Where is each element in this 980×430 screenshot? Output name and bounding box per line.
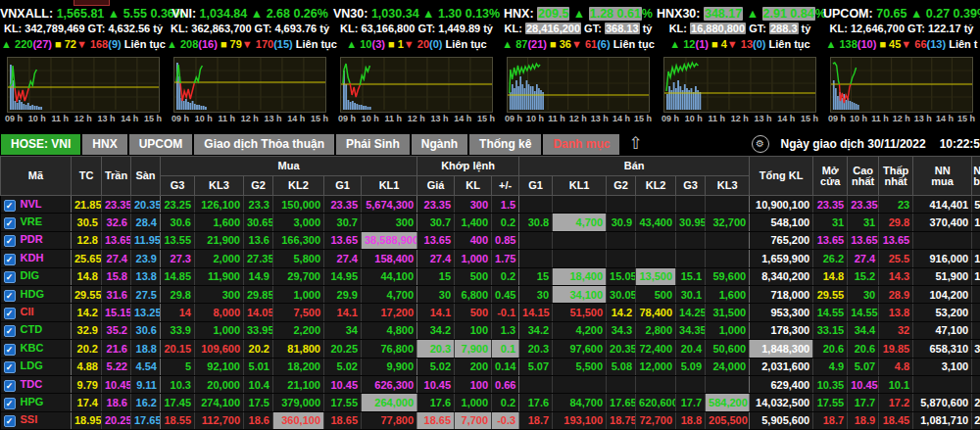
row-checkbox[interactable]: ✓ bbox=[4, 344, 16, 356]
collapse-arrow-icon[interactable]: ⇧ bbox=[628, 134, 642, 154]
header-group-buy: Mua bbox=[161, 157, 417, 176]
ticker-symbol[interactable]: PDR bbox=[21, 233, 43, 245]
header-foreign-sell[interactable]: NN bán bbox=[972, 157, 980, 196]
header-low[interactable]: Thấp nhất bbox=[879, 157, 913, 196]
match-change-cell: 0.2 bbox=[492, 214, 519, 231]
tab-ph-i-sinh[interactable]: Phái Sinh bbox=[336, 134, 410, 155]
ticker-symbol[interactable]: CII bbox=[21, 306, 34, 317]
tab-danh-m-c[interactable]: Danh mục bbox=[543, 134, 619, 155]
tab-hose-vni[interactable]: HOSE: VNI bbox=[1, 134, 80, 155]
tab-upcom[interactable]: UPCOM bbox=[129, 134, 193, 155]
tab-giao-d-ch-th-a-thu-n[interactable]: Giao dịch Thỏa thuận bbox=[194, 134, 334, 155]
header-match-change[interactable]: +/- bbox=[492, 176, 519, 196]
index-panel[interactable]: HNX30: 348.17 ▲ 2.91 0.84% KL: 16,880,80… bbox=[657, 0, 823, 132]
row-checkbox[interactable]: ✓ bbox=[4, 415, 16, 427]
ticker-symbol[interactable]: KDH bbox=[21, 252, 44, 263]
tab-hnx[interactable]: HNX bbox=[82, 134, 126, 155]
ticker-symbol[interactable]: VRE bbox=[21, 215, 43, 227]
row-checkbox[interactable]: ✓ bbox=[4, 361, 16, 373]
tab-ng-nh[interactable]: Ngành bbox=[412, 134, 467, 155]
ticker-symbol[interactable]: NVL bbox=[21, 198, 42, 210]
ticker-cell[interactable]: ✓CII bbox=[1, 304, 72, 321]
row-checkbox[interactable]: ✓ bbox=[4, 325, 16, 337]
foreign-buy-cell: 51,900 bbox=[913, 267, 972, 285]
time-axis-tick: 12 h bbox=[893, 114, 910, 123]
sell-kl1-cell: 193,100 bbox=[553, 411, 607, 429]
ticker-cell[interactable]: ✓TDC bbox=[1, 375, 72, 393]
match-vol-cell: 1,400 bbox=[455, 214, 492, 231]
buy-kl1-cell: 76,800 bbox=[362, 340, 417, 358]
gt-label: GT: bbox=[749, 23, 766, 34]
header-match-price[interactable]: Giá bbox=[417, 176, 455, 196]
header-sell-kl1[interactable]: KL1 bbox=[553, 176, 607, 196]
header-total-vol[interactable]: Tổng KL bbox=[750, 157, 813, 196]
row-checkbox[interactable]: ✓ bbox=[4, 380, 16, 392]
high-cell: 31 bbox=[848, 214, 879, 231]
row-checkbox[interactable]: ✓ bbox=[4, 235, 16, 247]
header-buy-kl3[interactable]: KL3 bbox=[195, 176, 244, 196]
header-buy-g2[interactable]: G2 bbox=[244, 176, 273, 196]
header-buy-g1[interactable]: G1 bbox=[324, 176, 362, 196]
ticker-cell[interactable]: ✓HDG bbox=[1, 285, 72, 303]
index-summary: HNX: 209.5 ▲ 1.28 0.61% bbox=[500, 7, 657, 21]
time-axis: 09 h10 h11 h12 h13 h14 h15 h bbox=[172, 114, 328, 123]
ticker-cell[interactable]: ✓CTD bbox=[1, 321, 72, 339]
header-buy-g3[interactable]: G3 bbox=[161, 176, 195, 196]
header-buy-kl1[interactable]: KL1 bbox=[362, 176, 417, 196]
unchanged: ■ 45 bbox=[879, 38, 901, 50]
ticker-symbol[interactable]: DIG bbox=[21, 269, 40, 281]
index-panel[interactable]: VNI: 1,034.84 ▲ 2.68 0.26% KL: 362,863,7… bbox=[167, 0, 333, 132]
time-axis-tick: 14 h bbox=[777, 114, 795, 123]
row-checkbox[interactable]: ✓ bbox=[4, 290, 16, 302]
time-axis-tick: 12 h bbox=[74, 114, 92, 123]
header-foreign-buy[interactable]: NN mua bbox=[913, 157, 972, 196]
index-panel[interactable]: UPCOM: 70.65 ▲ 0.27 0.39% KL: 12,646,700… bbox=[823, 0, 980, 132]
row-checkbox[interactable]: ✓ bbox=[4, 254, 16, 265]
ticker-cell[interactable]: ✓NVL bbox=[1, 196, 72, 214]
header-ceiling[interactable]: Trần bbox=[102, 157, 131, 196]
header-buy-kl2[interactable]: KL2 bbox=[273, 176, 324, 196]
header-tc[interactable]: TC bbox=[72, 157, 102, 196]
header-sell-kl2[interactable]: KL2 bbox=[636, 176, 676, 196]
ticker-symbol[interactable]: SSI bbox=[21, 413, 38, 425]
buy-kl2-cell: 21,100 bbox=[273, 375, 324, 393]
ticker-cell[interactable]: ✓KBC bbox=[1, 340, 72, 358]
header-match-vol[interactable]: KL bbox=[455, 176, 492, 196]
up-arrow-icon: ▲ bbox=[910, 7, 922, 21]
ticker-symbol[interactable]: LDG bbox=[21, 359, 43, 371]
index-panel[interactable]: VNXALL: 1,565.81 ▲ 5.55 0.36% KL: 342,78… bbox=[0, 0, 167, 132]
row-checkbox[interactable]: ✓ bbox=[4, 398, 16, 409]
header-ticker[interactable]: Mã bbox=[1, 157, 72, 196]
ticker-cell[interactable]: ✓DIG bbox=[1, 267, 72, 285]
ticker-symbol[interactable]: CTD bbox=[21, 323, 43, 335]
ticker-cell[interactable]: ✓LDG bbox=[1, 358, 72, 375]
ticker-symbol[interactable]: HDG bbox=[21, 288, 44, 300]
low-cell: 28.9 bbox=[879, 285, 913, 303]
row-checkbox[interactable]: ✓ bbox=[4, 271, 16, 283]
header-sell-g1[interactable]: G1 bbox=[519, 176, 553, 196]
ticker-cell[interactable]: ✓SSI bbox=[1, 411, 72, 429]
header-floor[interactable]: Sàn bbox=[131, 157, 161, 196]
ticker-cell[interactable]: ✓KDH bbox=[1, 250, 72, 267]
ticker-symbol[interactable]: KBC bbox=[21, 342, 44, 354]
ticker-cell[interactable]: ✓HPG bbox=[1, 394, 72, 411]
buy-g3-cell: 14.85 bbox=[161, 267, 195, 285]
tab-th-ng-k-[interactable]: Thống kê bbox=[469, 134, 541, 155]
row-checkbox[interactable]: ✓ bbox=[4, 217, 16, 229]
row-checkbox[interactable]: ✓ bbox=[4, 308, 16, 319]
header-open[interactable]: Mở cửa bbox=[813, 157, 848, 196]
ticker-symbol[interactable]: HPG bbox=[21, 396, 44, 407]
ticker-symbol[interactable]: TDC bbox=[21, 378, 43, 390]
header-sell-g3[interactable]: G3 bbox=[676, 176, 706, 196]
time-axis-tick: 15 h bbox=[477, 114, 495, 123]
header-high[interactable]: Cao nhất bbox=[848, 157, 879, 196]
high-cell: 13.65 bbox=[848, 231, 879, 249]
ticker-cell[interactable]: ✓VRE bbox=[1, 214, 72, 231]
index-panel[interactable]: HNX: 209.5 ▲ 1.28 0.61% KL: 28,416,200 G… bbox=[500, 0, 657, 132]
index-panel[interactable]: VN30: 1,030.34 ▲ 1.30 0.13% KL: 63,166,8… bbox=[333, 0, 500, 132]
settings-gear-icon[interactable]: ⚙ bbox=[752, 135, 769, 153]
header-sell-g2[interactable]: G2 bbox=[607, 176, 636, 196]
ticker-cell[interactable]: ✓PDR bbox=[1, 231, 72, 249]
header-sell-kl3[interactable]: KL3 bbox=[706, 176, 750, 196]
row-checkbox[interactable]: ✓ bbox=[4, 200, 16, 212]
